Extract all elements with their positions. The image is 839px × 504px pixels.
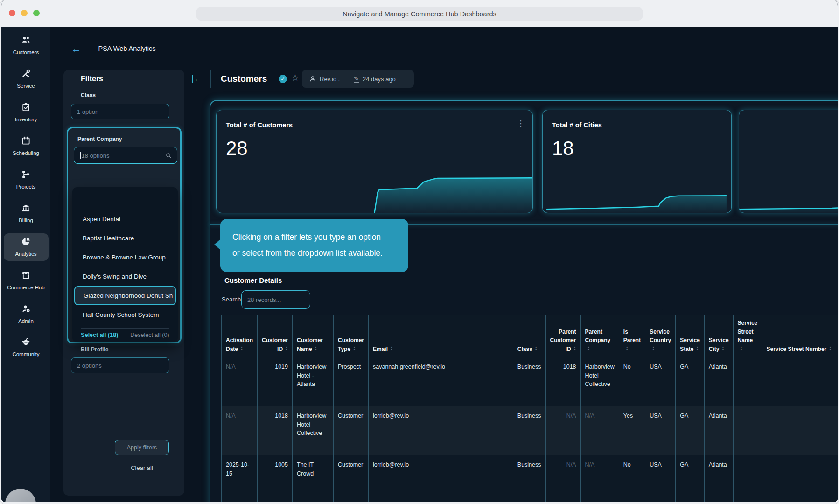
- traffic-lights: [9, 10, 40, 16]
- select-all-link[interactable]: Select all (18): [81, 332, 118, 338]
- parent-company-filter-input[interactable]: 18 options: [74, 147, 177, 164]
- table-cell: lorrieb@rev.io: [369, 406, 513, 455]
- column-header[interactable]: Service Street Number▲▼: [762, 315, 839, 357]
- table-row[interactable]: N/A1018Harborview Hotel CollectiveCustom…: [222, 406, 839, 455]
- sort-icon[interactable]: ▲▼: [390, 346, 393, 351]
- sidebar-item-billing[interactable]: Billing: [4, 200, 49, 227]
- sort-icon[interactable]: ▲▼: [285, 346, 288, 351]
- table-row[interactable]: N/A1019Harborview Hotel - AtlantaProspec…: [222, 357, 839, 406]
- table-cell: Harborview Hotel Collective: [580, 357, 619, 406]
- collapse-filters-icon[interactable]: ←: [192, 75, 202, 83]
- table-cell: [733, 406, 762, 455]
- column-header[interactable]: Activation Date▲▼: [222, 315, 258, 357]
- column-header[interactable]: Customer Name▲▼: [293, 315, 334, 357]
- back-arrow-icon[interactable]: ←: [71, 43, 81, 55]
- table-cell: [733, 455, 762, 504]
- dropdown-option[interactable]: Dolly's Swing and Dive: [72, 267, 178, 286]
- search-icon: [165, 152, 172, 159]
- bill-profile-filter-input[interactable]: 2 options: [71, 357, 169, 373]
- zoom-window-icon[interactable]: [33, 10, 40, 16]
- dropdown-option[interactable]: Hall County School System: [72, 305, 178, 324]
- search-input[interactable]: 28 records...: [241, 290, 310, 309]
- column-header[interactable]: Is Parent▲▼: [619, 315, 645, 357]
- table-cell: lorrieb@rev.io: [369, 455, 513, 504]
- customers-icon: [21, 35, 31, 47]
- sidebar-item-label: Projects: [16, 183, 36, 190]
- sort-icon[interactable]: ▲▼: [535, 346, 538, 351]
- user-icon: [309, 76, 316, 82]
- sidebar-item-service[interactable]: Service: [4, 65, 49, 93]
- sidebar-item-commerce[interactable]: Commerce Hub: [4, 267, 49, 294]
- favorite-star-icon[interactable]: ☆: [291, 72, 299, 83]
- table-cell: GA: [676, 455, 705, 504]
- sort-icon[interactable]: ▲▼: [626, 346, 629, 351]
- sidebar-item-inventory[interactable]: Inventory: [4, 99, 49, 126]
- sort-icon[interactable]: ▲▼: [740, 346, 743, 351]
- sidebar-item-scheduling[interactable]: Scheduling: [4, 133, 49, 160]
- sort-icon[interactable]: ▲▼: [315, 346, 317, 351]
- deselect-all-link[interactable]: Deselect all (0): [130, 332, 169, 338]
- sort-icon[interactable]: ▲▼: [353, 346, 356, 351]
- tooltip-text-line1: Clicking on a filter lets you type an op…: [232, 229, 396, 245]
- dropdown-option[interactable]: Glazed Neighborhood Donut Sh: [74, 286, 176, 305]
- sort-icon[interactable]: ▲▼: [722, 346, 725, 351]
- sidebar-item-community[interactable]: Community: [4, 334, 49, 361]
- billing-icon: [21, 203, 31, 215]
- sort-icon[interactable]: ▲▼: [587, 346, 590, 351]
- sidebar-item-customers[interactable]: Customers: [4, 32, 49, 59]
- dashboard-meta-pill[interactable]: Rev.io . ✎ 24 days ago: [302, 70, 414, 88]
- sort-icon[interactable]: ▲▼: [696, 346, 699, 351]
- column-header[interactable]: Email▲▼: [369, 315, 513, 357]
- parent-company-filter-group: Parent Company 18 options Aspen DentalBa…: [67, 127, 182, 343]
- table-cell: 1018: [258, 406, 293, 455]
- column-header[interactable]: Service State▲▼: [676, 315, 705, 357]
- parent-company-filter-label: Parent Company: [77, 136, 122, 142]
- dropdown-option[interactable]: Aspen Dental: [72, 210, 178, 229]
- header-divider: [210, 70, 211, 88]
- card-value: 28: [226, 137, 248, 160]
- clear-all-link[interactable]: Clear all: [115, 464, 169, 471]
- table-row[interactable]: 2025-10-151005The IT CrowdCustomerlorrie…: [222, 455, 839, 504]
- column-header[interactable]: Parent Company▲▼: [580, 315, 619, 357]
- commerce-icon: [21, 270, 31, 282]
- minimize-window-icon[interactable]: [21, 10, 28, 16]
- class-filter-input[interactable]: 1 option: [71, 104, 169, 119]
- table-cell: Prospect: [334, 357, 369, 406]
- column-header[interactable]: Class▲▼: [513, 315, 545, 357]
- table-cell: USA: [645, 406, 676, 455]
- tab-psa-web-analytics[interactable]: PSA Web Analytics: [88, 37, 166, 60]
- sort-icon[interactable]: ▲▼: [240, 346, 243, 351]
- table-cell: USA: [645, 455, 676, 504]
- table-cell: Customer: [334, 406, 369, 455]
- column-header[interactable]: Service Street Name▲▼: [733, 315, 762, 357]
- dropdown-option[interactable]: Baptist Healthcare: [72, 229, 178, 248]
- column-header[interactable]: Customer Type▲▼: [334, 315, 369, 357]
- app-window: Navigate and Manage Commerce Hub Dashboa…: [0, 0, 839, 504]
- sort-icon[interactable]: ▲▼: [829, 346, 832, 351]
- table-cell: USA: [645, 357, 676, 406]
- column-header[interactable]: Service Country▲▼: [645, 315, 676, 357]
- sort-icon[interactable]: ▲▼: [573, 346, 576, 351]
- column-header[interactable]: Customer ID▲▼: [258, 315, 293, 357]
- sidebar-item-projects[interactable]: Projects: [4, 166, 49, 194]
- table-cell: Customer: [334, 455, 369, 504]
- analytics-icon: [21, 237, 31, 248]
- table-cell: [762, 406, 839, 455]
- apply-filters-button[interactable]: Apply filters: [115, 440, 169, 455]
- column-header[interactable]: Service City▲▼: [704, 315, 733, 357]
- sidebar-item-admin[interactable]: Admin: [4, 301, 49, 328]
- sidebar-item-analytics[interactable]: Analytics: [4, 233, 49, 261]
- column-header[interactable]: Parent Customer ID▲▼: [545, 315, 580, 357]
- sort-icon[interactable]: ▲▼: [652, 346, 655, 351]
- dashboard-board: Total # of Customers 28 ⋮ Total # of Cit…: [210, 100, 839, 504]
- card-menu-icon[interactable]: ⋮: [517, 119, 525, 129]
- inventory-icon: [21, 102, 31, 114]
- dropdown-option[interactable]: Browne & Browne Law Group: [72, 248, 178, 267]
- table-cell: N/A: [580, 455, 619, 504]
- bill-profile-filter-label: Bill Profile: [81, 346, 108, 353]
- table-cell: [762, 357, 839, 406]
- card-partial: [739, 110, 839, 213]
- projects-icon: [21, 169, 31, 181]
- community-icon: [21, 337, 31, 349]
- close-window-icon[interactable]: [9, 10, 15, 16]
